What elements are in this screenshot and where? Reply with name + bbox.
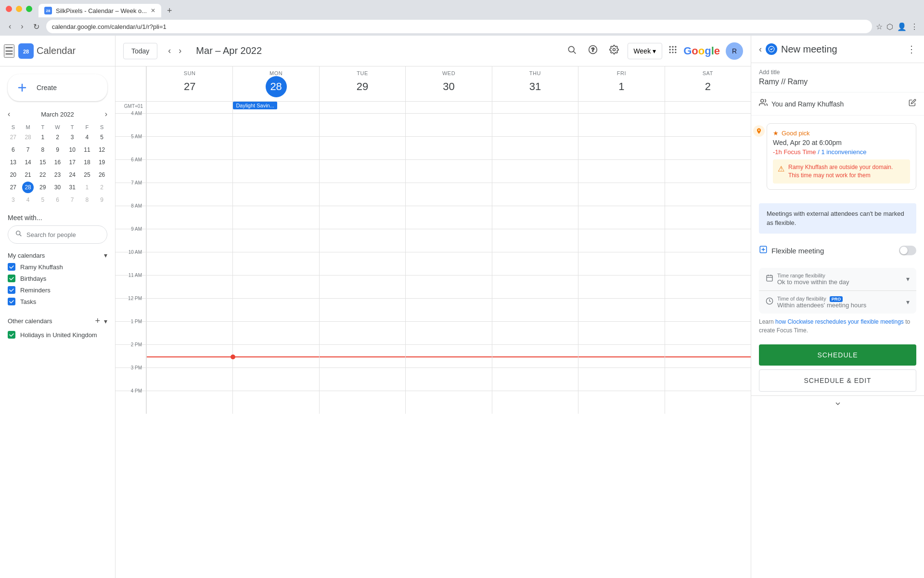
tab-close-button[interactable]: ✕ bbox=[151, 7, 155, 14]
mini-cal-day[interactable]: 2 bbox=[96, 182, 108, 193]
mini-cal-day[interactable]: 27 bbox=[7, 182, 19, 193]
grid-cell[interactable] bbox=[232, 391, 319, 414]
grid-cell[interactable] bbox=[492, 113, 578, 136]
grid-cell[interactable] bbox=[578, 159, 664, 183]
day-header-wed[interactable]: WED 30 bbox=[405, 66, 491, 101]
grid-cell[interactable] bbox=[319, 183, 405, 206]
other-calendars-collapse[interactable]: ▾ bbox=[104, 317, 107, 325]
grid-cell[interactable] bbox=[492, 321, 578, 344]
grid-cell[interactable] bbox=[319, 275, 405, 298]
day-header-fri[interactable]: FRI 1 bbox=[578, 66, 664, 101]
day-header-sat[interactable]: SAT 2 bbox=[665, 66, 751, 101]
grid-cell[interactable] bbox=[405, 275, 491, 298]
mini-cal-day[interactable]: 23 bbox=[51, 169, 63, 181]
grid-cell[interactable] bbox=[146, 321, 232, 344]
grid-cell[interactable] bbox=[405, 298, 491, 321]
grid-cell[interactable] bbox=[665, 368, 751, 391]
grid-cell[interactable] bbox=[232, 159, 319, 183]
grid-cell[interactable] bbox=[492, 252, 578, 275]
mini-cal-day[interactable]: 18 bbox=[81, 157, 93, 168]
grid-cell[interactable] bbox=[578, 275, 664, 298]
grid-cell[interactable] bbox=[319, 368, 405, 391]
event-title[interactable]: Ramy // Ramy bbox=[759, 78, 916, 86]
mini-cal-day[interactable]: 5 bbox=[96, 131, 108, 143]
mini-cal-day[interactable]: 12 bbox=[96, 144, 108, 156]
bookmark-icon[interactable]: ☆ bbox=[876, 22, 883, 31]
calendar-item-reminders[interactable]: Reminders bbox=[8, 284, 107, 296]
mini-cal-day[interactable]: 17 bbox=[66, 157, 78, 168]
new-tab-button[interactable]: + bbox=[163, 4, 176, 18]
profile-icon[interactable]: 👤 bbox=[897, 22, 907, 31]
mini-cal-today[interactable]: 28 bbox=[22, 182, 34, 193]
day-header-mon[interactable]: MON 28 bbox=[232, 66, 319, 101]
grid-cell[interactable] bbox=[578, 344, 664, 368]
mini-cal-day[interactable]: 4 bbox=[81, 131, 93, 143]
grid-cell[interactable] bbox=[405, 321, 491, 344]
grid-cell[interactable] bbox=[319, 206, 405, 229]
mini-cal-day[interactable]: 3 bbox=[7, 194, 19, 206]
close-window-control[interactable] bbox=[6, 6, 12, 12]
today-button[interactable]: Today bbox=[123, 43, 157, 59]
search-button[interactable] bbox=[564, 42, 579, 60]
grid-cell[interactable] bbox=[146, 391, 232, 414]
mini-cal-day[interactable]: 9 bbox=[51, 144, 63, 156]
mini-cal-day[interactable]: 8 bbox=[81, 194, 93, 206]
grid-cell[interactable] bbox=[578, 136, 664, 159]
grid-cell[interactable] bbox=[665, 159, 751, 183]
grid-cell[interactable] bbox=[146, 206, 232, 229]
search-people-input[interactable]: Search for people bbox=[8, 225, 107, 244]
grid-cell[interactable] bbox=[492, 206, 578, 229]
grid-cell[interactable] bbox=[232, 136, 319, 159]
next-week-button[interactable]: › bbox=[176, 43, 184, 59]
mini-cal-day[interactable]: 8 bbox=[37, 144, 49, 156]
mini-cal-day[interactable]: 25 bbox=[81, 169, 93, 181]
grid-cell[interactable] bbox=[405, 391, 491, 414]
calendar-checkbox-ramy[interactable] bbox=[8, 263, 15, 271]
clockwise-link[interactable]: how Clockwise reschedules your flexible … bbox=[775, 318, 904, 325]
grid-cell[interactable] bbox=[319, 159, 405, 183]
grid-cell[interactable] bbox=[319, 229, 405, 252]
grid-cell[interactable] bbox=[232, 206, 319, 229]
time-range-option[interactable]: Time range flexibility Ok to move within… bbox=[759, 268, 916, 291]
mini-cal-day[interactable]: 24 bbox=[66, 169, 78, 181]
grid-cell[interactable] bbox=[405, 113, 491, 136]
grid-cell[interactable] bbox=[405, 136, 491, 159]
grid-cell[interactable] bbox=[405, 344, 491, 368]
grid-cell[interactable] bbox=[492, 229, 578, 252]
grid-cell[interactable] bbox=[405, 206, 491, 229]
hamburger-menu[interactable]: ☰ bbox=[4, 44, 14, 58]
mini-cal-day[interactable]: 29 bbox=[37, 182, 49, 193]
grid-cell[interactable] bbox=[492, 136, 578, 159]
grid-cell[interactable] bbox=[146, 344, 232, 368]
calendar-checkbox-birthdays[interactable] bbox=[8, 275, 15, 282]
maximize-window-control[interactable] bbox=[26, 6, 32, 12]
day-header-tue[interactable]: TUE 29 bbox=[319, 66, 405, 101]
other-calendars-header[interactable]: Other calendars + ▾ bbox=[8, 315, 107, 327]
mini-cal-day[interactable]: 20 bbox=[7, 169, 19, 181]
grid-cell[interactable] bbox=[146, 183, 232, 206]
grid-cell[interactable] bbox=[232, 275, 319, 298]
grid-cell[interactable] bbox=[232, 252, 319, 275]
grid-cell[interactable] bbox=[665, 252, 751, 275]
apps-button[interactable] bbox=[668, 45, 678, 57]
mini-cal-day[interactable]: 22 bbox=[37, 169, 49, 181]
mini-cal-day[interactable]: 2 bbox=[51, 131, 63, 143]
mini-cal-day[interactable]: 9 bbox=[96, 194, 108, 206]
grid-cell[interactable] bbox=[146, 368, 232, 391]
grid-cell[interactable] bbox=[232, 321, 319, 344]
mini-cal-day[interactable]: 28 bbox=[22, 131, 34, 143]
grid-cell[interactable] bbox=[405, 252, 491, 275]
grid-cell[interactable] bbox=[232, 298, 319, 321]
calendar-checkbox-tasks[interactable] bbox=[8, 298, 15, 305]
grid-cell[interactable] bbox=[232, 113, 319, 136]
grid-cell[interactable] bbox=[146, 252, 232, 275]
grid-cell[interactable] bbox=[578, 206, 664, 229]
edit-attendees-button[interactable] bbox=[909, 99, 916, 109]
mini-cal-next[interactable]: › bbox=[103, 109, 109, 119]
mini-cal-prev[interactable]: ‹ bbox=[6, 109, 12, 119]
mini-cal-day[interactable]: 21 bbox=[22, 169, 34, 181]
grid-cell[interactable] bbox=[578, 321, 664, 344]
grid-cell[interactable] bbox=[146, 229, 232, 252]
mini-cal-day[interactable]: 30 bbox=[51, 182, 63, 193]
my-calendars-header[interactable]: My calendars ▾ bbox=[8, 251, 107, 259]
